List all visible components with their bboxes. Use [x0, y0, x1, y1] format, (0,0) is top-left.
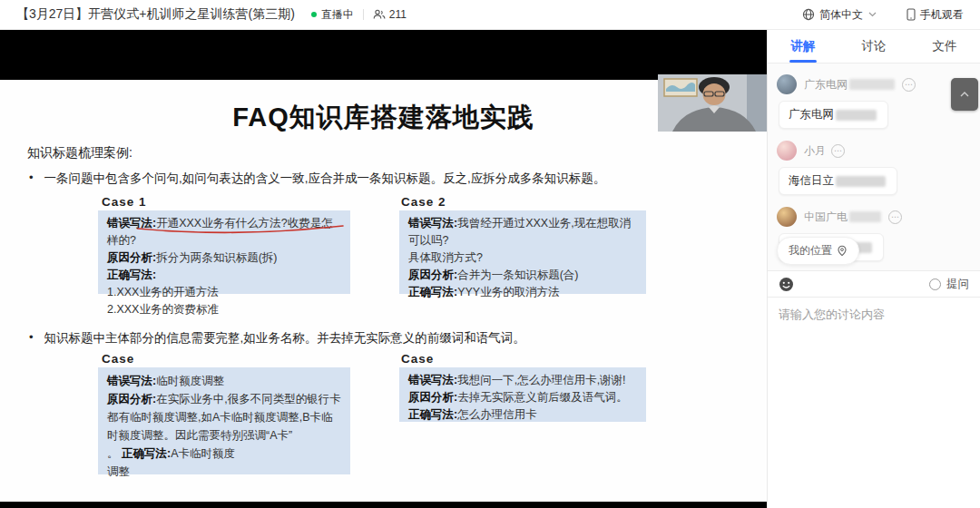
- divider: [363, 9, 364, 20]
- chat-message: 小月 ⋯ 海信日立: [777, 141, 971, 195]
- case2-box: 错误写法:我曾经开通过XXX业务,现在想取消可以吗? 具体取消方式? 原因分析:…: [399, 210, 646, 294]
- chat-message: 广东电网 ⋯ 广东电网: [777, 74, 971, 129]
- case2-correct-label: 正确写法:: [408, 286, 457, 298]
- top-bar: 【3月27日】开营仪式+机训师之星训练营(第三期) 直播中 211: [0, 0, 980, 30]
- chat-input-area: [768, 298, 980, 508]
- message-bubble: 海信日立: [779, 167, 897, 195]
- mobile-view-button[interactable]: 手机观看: [906, 7, 964, 23]
- presenter-video: [658, 74, 767, 132]
- people-icon: [373, 9, 386, 20]
- message-more-icon[interactable]: ⋯: [902, 78, 916, 92]
- presenter-video-frame: [658, 74, 767, 132]
- case1-item-1: 1.XXX业务的开通方法: [107, 284, 341, 301]
- mobile-view-label: 手机观看: [920, 7, 964, 23]
- case3-correct-text: A卡临时额度: [171, 447, 235, 460]
- emoji-button[interactable]: [779, 277, 794, 292]
- case2-wrong-label: 错误写法:: [408, 217, 457, 230]
- chevron-up-icon: [960, 92, 969, 97]
- redacted-name: [849, 211, 881, 222]
- case3-reason-label: 原因分析:: [107, 393, 156, 405]
- case4-correct-text: 怎么办理信用卡: [457, 408, 537, 421]
- location-pin-icon: [837, 245, 848, 257]
- live-dot-icon: [311, 12, 317, 17]
- tab-files[interactable]: 文件: [909, 30, 980, 63]
- case3-box: 错误写法:临时额度调整 原因分析:在实际业务中,很多不同类型的银行卡都有临时额度…: [98, 367, 350, 474]
- avatar: [777, 207, 797, 227]
- case1-item-2: 2.XXX业务的资费标准: [107, 301, 341, 318]
- redacted-text: [836, 176, 886, 187]
- ask-question-label: 提问: [946, 277, 969, 292]
- bullet-dot: •: [29, 330, 34, 347]
- viewer-count-value: 211: [389, 8, 407, 21]
- case4-heading: Case: [401, 352, 434, 366]
- redacted-name: [849, 79, 895, 90]
- live-label: 直播中: [321, 7, 354, 23]
- viewer-count: 211: [373, 8, 407, 21]
- message-bubble: 广东电网: [779, 101, 888, 129]
- chat-input[interactable]: [779, 307, 969, 499]
- tab-explain[interactable]: 讲解: [768, 30, 838, 63]
- sidebar-tabs: 讲解 讨论 文件: [768, 30, 980, 64]
- case2-reason-text: 合并为一条知识标题(合): [457, 269, 578, 281]
- redacted-text: [836, 110, 877, 121]
- case2-reason-label: 原因分析:: [408, 269, 457, 281]
- case4-wrong-label: 错误写法:: [408, 374, 457, 386]
- message-more-icon[interactable]: ⋯: [888, 210, 902, 224]
- language-selector[interactable]: 简体中文: [802, 7, 881, 23]
- slide-title: FAQ知识库搭建落地实践: [0, 100, 767, 136]
- sender-name: 中国广电: [804, 210, 848, 225]
- ask-question-radio[interactable]: 提问: [929, 277, 969, 292]
- case3-wrong-text: 临时额度调整: [156, 375, 224, 387]
- radio-circle-icon: [929, 278, 941, 290]
- case3-heading: Case: [102, 352, 134, 366]
- case1-reason-label: 原因分析:: [107, 251, 156, 264]
- message-more-icon[interactable]: ⋯: [831, 144, 845, 158]
- chevron-down-icon: [868, 12, 877, 17]
- case1-correct-label: 正确写法:: [107, 269, 156, 281]
- case4-reason-label: 原因分析:: [408, 391, 457, 404]
- case1-wrong-label: 错误写法:: [107, 217, 156, 230]
- presentation-stage: FAQ知识库搭建落地实践 知识标题梳理案例: • 一条问题中包含多个问句,如问句…: [0, 30, 767, 508]
- case1-heading: Case 1: [102, 195, 147, 209]
- scroll-to-top-button[interactable]: [951, 78, 978, 111]
- case1-box: 错误写法:开通XXX业务有什么方法?收费是怎样的? 原因分析:拆分为两条知识标题…: [98, 210, 350, 294]
- avatar: [777, 74, 797, 94]
- tab-discussion[interactable]: 讨论: [838, 30, 909, 63]
- smiley-icon: [779, 277, 794, 292]
- live-status-badge: 直播中 211: [311, 7, 407, 23]
- case2-extra-line: 具体取消方式?: [408, 249, 637, 267]
- slide-bullet-2: • 知识标题中主体部分的信息需要完整,如业务名称。并去掉无实际意义的前缀词和语气…: [29, 330, 737, 347]
- case4-correct-label: 正确写法:: [408, 408, 457, 421]
- my-location-button[interactable]: 我的位置: [777, 237, 859, 265]
- slide-bullet-1: • 一条问题中包含多个问句,如问句表达的含义一致,应合并成一条知识标题。反之,应…: [29, 171, 737, 187]
- top-bar-right: 简体中文 手机观看: [802, 7, 964, 23]
- bullet-dot: •: [29, 171, 34, 187]
- session-title: 【3月27日】开营仪式+机训师之星训练营(第三期): [16, 6, 295, 23]
- sender-name: 广东电网: [804, 77, 848, 93]
- case3-correct-label: 正确写法:: [122, 447, 171, 460]
- slide: FAQ知识库搭建落地实践 知识标题梳理案例: • 一条问题中包含多个问句,如问句…: [0, 80, 767, 502]
- chat-toolbar: 提问: [768, 270, 980, 298]
- chat-message-list[interactable]: 广东电网 ⋯ 广东电网 小月 ⋯ 海信日立 中国广电: [768, 64, 980, 270]
- case2-correct-text: YYY业务的取消方法: [457, 286, 560, 298]
- case3-tail: 调整: [107, 463, 341, 481]
- webinar-app: 【3月27日】开营仪式+机训师之星训练营(第三期) 直播中 211: [0, 0, 980, 508]
- case2-heading: Case 2: [401, 195, 446, 209]
- case3-correct-prefix: 。: [107, 447, 122, 460]
- case4-wrong-text: 我想问一下,怎么办理信用卡,谢谢!: [457, 374, 625, 386]
- globe-icon: [802, 8, 815, 21]
- sender-name: 小月: [804, 143, 826, 159]
- slide-section-label: 知识标题梳理案例:: [27, 145, 132, 161]
- case1-reason-text: 拆分为两条知识标题(拆): [156, 251, 277, 264]
- chat-sidebar: 讲解 讨论 文件 广东电网 ⋯ 广东电网 小月 ⋯ 海信日: [767, 30, 980, 508]
- case4-reason-text: 去掉无实际意义前后缀及语气词。: [457, 391, 628, 404]
- case3-wrong-label: 错误写法:: [107, 375, 156, 387]
- phone-icon: [906, 8, 916, 21]
- avatar: [777, 141, 797, 161]
- language-label: 简体中文: [819, 7, 863, 23]
- case4-box: 错误写法:我想问一下,怎么办理信用卡,谢谢! 原因分析:去掉无实际意义前后缀及语…: [399, 367, 646, 422]
